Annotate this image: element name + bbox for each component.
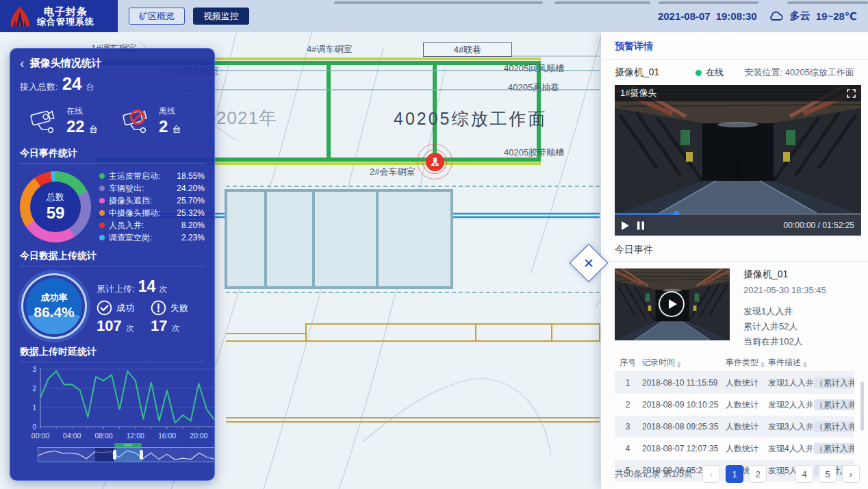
video-frame-image (615, 85, 861, 215)
camera-name: 摄像机_01 (615, 66, 695, 79)
weather-cloud-icon (768, 10, 784, 22)
camera-offline-icon (120, 105, 152, 136)
cell-index: 1 (615, 378, 641, 388)
datazoom-window[interactable] (114, 448, 142, 462)
datazoom-left-handle[interactable] (113, 450, 116, 460)
x-axis-tick: 16:00 (158, 431, 176, 440)
success-unit: 次 (126, 323, 134, 333)
app-logo-icon (8, 5, 31, 28)
cumulative-upload-label: 累计上传: (97, 283, 135, 295)
cumulative-upload-unit: 次 (159, 284, 167, 295)
delay-section-title: 数据上传时延统计 (20, 346, 205, 362)
cell-event-type: 人数统计 (724, 399, 767, 411)
table-row[interactable]: 12018-08-10 11:15:59人数统计发现1人入井（累计入井52人..… (615, 372, 854, 394)
app-title-line1: 电子封条 (37, 6, 94, 16)
donut-center-value: 59 (47, 203, 65, 223)
cumulative-upload-value: 14 (138, 277, 156, 296)
weather-condition: 多云 (790, 10, 810, 23)
access-total-unit: 台 (86, 82, 94, 93)
table-header-row: 序号 记录时间 事件类型 事件描述 (615, 354, 854, 372)
cell-index: 4 (615, 444, 641, 453)
table-row[interactable]: 22018-08-09 10:10:25人数统计发现2人入井（累计入井52人..… (615, 394, 854, 416)
table-row[interactable]: 42018-08-07 12:07:35人数统计发现4人入井（累计入井52人..… (615, 438, 854, 460)
map-label-lane4-box: 4#联巷 (423, 42, 512, 57)
legend-label: 中摄像头挪动: (109, 208, 160, 219)
app-screen: 1#调车硐室 2#调车硐室 4#调车硐室 4#联巷 40205回风顺槽 4020… (0, 0, 868, 489)
x-axis-tick: 08:00 (94, 431, 112, 440)
events-section-title: 今日事件统计 (20, 147, 205, 164)
tab-mine-overview[interactable]: 矿区概览 (129, 8, 185, 25)
desc-highlight-chip: （累计入井52人... (814, 421, 854, 432)
sort-icon[interactable] (803, 362, 807, 368)
map-label-lane4: 4#联巷 (454, 44, 481, 56)
y-axis-tick: 0 (25, 423, 36, 431)
fail-exclamation-icon (151, 300, 166, 316)
fullscreen-icon[interactable] (847, 89, 856, 98)
map-label-year: 2021年 (216, 106, 277, 130)
event-line-2: 累计入井52人 (743, 321, 826, 332)
alarm-marker[interactable] (416, 143, 455, 181)
legend-item[interactable]: 车辆驶出:24.20% (99, 184, 205, 194)
alert-detail-title: 预警详情 (615, 40, 854, 53)
header-road-strip (334, 1, 543, 4)
sort-icon[interactable] (761, 362, 765, 368)
pager-next-button[interactable]: › (842, 465, 860, 483)
cell-record-time: 2018-08-08 09:25:35 (641, 422, 724, 431)
close-icon: ✕ (569, 243, 609, 283)
pagination-summary: 共50条记录 第1/5页 (615, 468, 693, 480)
table-row[interactable]: 32018-08-08 09:25:35人数统计发现3人入井（累计入井52人..… (615, 416, 854, 438)
pager-page-button[interactable]: 5 (819, 465, 837, 483)
event-thumbnail[interactable] (615, 268, 730, 340)
legend-label: 车辆驶出: (109, 183, 144, 195)
legend-item[interactable]: 中摄像头挪动:25.32% (99, 208, 205, 218)
video-controls: 00:00:00 / 01:52:25 (615, 215, 861, 236)
main-nav: 矿区概览 视频监控 (129, 8, 249, 25)
fail-label: 失败 (170, 302, 188, 314)
legend-value: 8.20% (181, 221, 205, 230)
legend-label: 摄像头遮挡: (109, 195, 152, 207)
close-detail-button[interactable]: ✕ (569, 243, 609, 283)
pagination: 共50条记录 第1/5页 ‹12···45› (615, 465, 860, 483)
miner-icon (426, 153, 444, 171)
sort-icon[interactable] (677, 362, 681, 368)
video-time: 00:00:00 / 01:52:25 (784, 221, 854, 230)
pager-ellipsis: ··· (772, 465, 790, 483)
thumbnail-play-icon[interactable] (659, 291, 685, 317)
legend-label: 调查室空岗: (109, 232, 152, 244)
collapse-panel-chevron-icon[interactable]: ‹ (20, 57, 25, 69)
gauge-label: 成功率 (41, 292, 68, 304)
pager-page-button[interactable]: 4 (795, 465, 813, 483)
legend-item[interactable]: 人员入井:8.20% (99, 221, 205, 231)
chart-datazoom-slider[interactable] (38, 447, 215, 462)
online-camera-stat: 在线 22 台 (20, 99, 112, 142)
top-header: 电子封条 综合管理系统 矿区概览 视频监控 2021-08-07 19:08:3… (0, 0, 868, 32)
location-value: 40205综放工作面 (785, 67, 854, 77)
online-unit: 台 (89, 125, 97, 134)
upload-success-stat: 成功 107 次 (97, 300, 151, 335)
legend-value: 2.23% (181, 233, 205, 242)
legend-value: 25.70% (177, 196, 205, 205)
donut-center-label: 总数 (47, 191, 64, 203)
tab-video-monitor[interactable]: 视频监控 (193, 8, 249, 25)
cell-event-type: 人数统计 (724, 377, 767, 389)
fail-value: 17 (151, 317, 167, 334)
datazoom-grip[interactable] (114, 443, 142, 447)
play-button[interactable] (622, 221, 629, 230)
table-scrollbar[interactable] (860, 381, 864, 431)
legend-item[interactable]: 摄像头遮挡:25.70% (99, 196, 205, 206)
legend-item[interactable]: 调查室空岗:2.23% (99, 233, 205, 243)
pause-button[interactable] (637, 221, 644, 230)
legend-item[interactable]: 主运皮带启动:18.55% (99, 171, 205, 181)
camera-online-icon (28, 105, 60, 136)
col-event-desc[interactable]: 事件描述 (767, 357, 854, 368)
col-event-type[interactable]: 事件类型 (724, 357, 767, 368)
pager-prev-button[interactable]: ‹ (702, 465, 720, 483)
col-record-time[interactable]: 记录时间 (641, 357, 724, 368)
cell-index: 2 (615, 400, 641, 410)
cell-event-type: 人数统计 (724, 443, 767, 455)
pager-page-button[interactable]: 2 (749, 465, 767, 483)
datazoom-right-handle[interactable] (140, 450, 143, 460)
camera-location: 安装位置: 40205综放工作面 (745, 66, 854, 79)
pager-page-button[interactable]: 1 (726, 465, 743, 483)
offline-label: 离线 (159, 105, 181, 117)
